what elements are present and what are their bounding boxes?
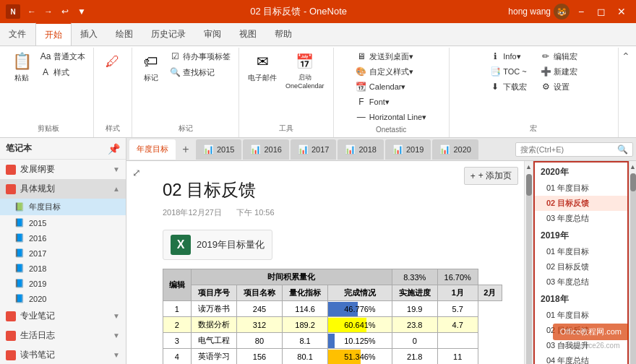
section-fazhanlun[interactable]: 发展纲要 ▼	[0, 160, 126, 179]
section-juti[interactable]: 具体规划 ▲	[0, 179, 126, 199]
row4-name: 英语学习	[191, 349, 236, 365]
section-2015[interactable]: 📘 2015	[0, 215, 126, 230]
edit-button[interactable]: 编辑	[163, 269, 192, 301]
excel-header[interactable]: X 2019年目标量化	[163, 230, 272, 260]
find-tag-button[interactable]: 🔍 查找标记	[167, 65, 233, 79]
paste-button[interactable]: 📋 粘贴	[9, 49, 35, 85]
tag-label: 标记	[144, 73, 158, 83]
toc-item-2019-02[interactable]: 02 目标反馈	[535, 259, 627, 274]
add-tab-button[interactable]: +	[177, 141, 194, 158]
page-tab-2016[interactable]: 📊 2016	[243, 139, 288, 160]
section-2016[interactable]: 📘 2016	[0, 230, 126, 246]
new-macro-button[interactable]: ➕ 新建宏	[538, 64, 580, 79]
ribbon-collapse-button[interactable]: ⌃	[619, 48, 633, 137]
font-button[interactable]: F Font▾	[353, 95, 429, 109]
add-page-icon: +	[470, 171, 476, 181]
table-row: 3 电气工程 80 8.1 10.125% 0	[163, 333, 502, 349]
tab-review[interactable]: 审阅	[195, 23, 231, 46]
plain-text-button[interactable]: Aa 普通文本	[38, 49, 87, 64]
todo-tag-button[interactable]: ☑ 待办事项标签	[167, 49, 233, 64]
minimize-button[interactable]: −	[572, 3, 590, 20]
toc-right-thumb[interactable]	[630, 173, 636, 191]
send-to-desktop-button[interactable]: 🖥 发送到桌面▾	[353, 49, 429, 64]
close-button[interactable]: ✕	[613, 3, 630, 20]
user-avatar[interactable]: 🐯	[554, 4, 570, 20]
customize-button[interactable]: ▼	[74, 4, 89, 19]
tab-draw[interactable]: 绘图	[107, 23, 142, 46]
section-zhuanye[interactable]: 专业笔记 ▼	[0, 306, 126, 326]
forward-button[interactable]: →	[41, 4, 56, 19]
plain-text-label: 普通文本	[53, 51, 85, 62]
edit-macro-button[interactable]: ✏ 编辑宏	[538, 49, 580, 64]
expand-icon[interactable]: ⤢	[132, 167, 141, 178]
tab-help[interactable]: 帮助	[266, 23, 301, 46]
row2-done: 189.2	[283, 317, 328, 333]
notebook-pin-button[interactable]: 📌	[108, 143, 120, 155]
page-tab-2020[interactable]: 📊 2020	[432, 139, 478, 160]
toc-item-2019-01[interactable]: 01 年度目标	[535, 244, 627, 259]
back-button[interactable]: ←	[25, 4, 39, 19]
tab-2019-icon: 📊	[392, 144, 403, 155]
tab-view[interactable]: 视图	[231, 23, 266, 46]
mark-icon: 🖊	[103, 51, 123, 72]
one-calendar-button[interactable]: 📅 启动OneCalendar	[283, 49, 327, 92]
toc-item-2018-01[interactable]: 01 年度目标	[535, 308, 627, 323]
download-macro-button[interactable]: ⬇ 下载宏	[487, 79, 529, 94]
section-2019[interactable]: 📘 2019	[0, 276, 126, 291]
toc-item-2019-03[interactable]: 03 年度总结	[535, 274, 627, 290]
toc-scroll-up[interactable]: ▲	[525, 161, 533, 173]
section-shenghuo[interactable]: 生活日志 ▼	[0, 326, 126, 345]
hline-button[interactable]: — Horizontal Line▾	[353, 110, 429, 124]
tag-button[interactable]: 🏷 标记	[138, 49, 164, 85]
toc-item-2020-02[interactable]: 02 目标反馈	[535, 196, 627, 211]
settings-button[interactable]: ⚙ 设置	[538, 79, 580, 94]
onetastic-label: Onetastic	[376, 124, 406, 136]
page-tab-2017[interactable]: 📊 2017	[291, 139, 336, 160]
toc-item-2018-04[interactable]: 04 年度总结	[535, 353, 627, 364]
tab-file[interactable]: 文件	[0, 23, 35, 46]
restore-button[interactable]: ◻	[593, 3, 610, 20]
table-row: 2 数据分析 312 189.2 60.641%	[163, 317, 502, 333]
page-tab-2015[interactable]: 📊 2015	[196, 139, 241, 160]
toc-scrollbar-thumb[interactable]	[526, 174, 532, 196]
section-2020[interactable]: 📘 2020	[0, 291, 126, 306]
custom-style-button[interactable]: 🎨 自定义样式▾	[353, 64, 429, 79]
page-tab-niandu[interactable]: 年度目标	[129, 139, 176, 160]
search-input[interactable]	[520, 145, 614, 154]
ribbon: 文件 开始 插入 绘图 历史记录 审阅 视图 帮助 📋 粘贴 Aa 普通文本	[0, 23, 636, 138]
calendar-button[interactable]: 📆 Calendar▾	[353, 79, 429, 94]
add-page-button[interactable]: + + 添加页	[464, 167, 518, 185]
row1-name: 读万卷书	[191, 301, 236, 317]
tab-insert[interactable]: 插入	[72, 23, 107, 46]
undo-button[interactable]: ↩	[58, 4, 72, 19]
section-dushu[interactable]: 读书笔记 ▼	[0, 345, 126, 364]
toc-item-2020-03[interactable]: 03 年度总结	[535, 211, 627, 226]
search-icon[interactable]: 🔍	[617, 144, 628, 155]
section-2017[interactable]: 📘 2017	[0, 246, 126, 261]
toc-item-2020-01[interactable]: 01 年度目标	[535, 181, 627, 196]
onetastic-items: 🖥 发送到桌面▾ 🎨 自定义样式▾ 📆 Calendar▾ F Font▾	[353, 49, 429, 124]
toc-right-scroll-up[interactable]: ▲	[629, 161, 637, 173]
find-tag-label: 查找标记	[183, 67, 215, 78]
mark-button[interactable]: 🖊	[100, 49, 126, 74]
tab-home[interactable]: 开始	[35, 22, 72, 46]
section-color-juti	[6, 184, 16, 194]
row3-m2	[437, 333, 478, 349]
page-tab-2018[interactable]: 📊 2018	[338, 139, 383, 160]
tab-2017-label: 2017	[311, 145, 329, 154]
email-button[interactable]: ✉ 电子邮件	[245, 49, 280, 85]
section-2018[interactable]: 📘 2018	[0, 261, 126, 276]
download-icon: ⬇	[489, 81, 501, 92]
row3-m1: 0	[392, 333, 437, 349]
style-button[interactable]: A 样式	[38, 65, 87, 79]
tab-2016-label: 2016	[264, 145, 281, 154]
title-bar-left: N ← → ↩ ▼	[6, 4, 89, 19]
page-date: 2018年12月27日	[163, 207, 222, 218]
tab-history[interactable]: 历史记录	[142, 23, 195, 46]
search-box[interactable]: 🔍	[515, 142, 633, 157]
section-niandu[interactable]: 📗 年度目标	[0, 199, 126, 215]
toc-button[interactable]: 📑 TOC ~	[487, 64, 529, 79]
info-label: Info▾	[503, 52, 520, 61]
page-tab-2019[interactable]: 📊 2019	[385, 139, 431, 160]
info-button[interactable]: ℹ Info▾	[487, 49, 529, 64]
